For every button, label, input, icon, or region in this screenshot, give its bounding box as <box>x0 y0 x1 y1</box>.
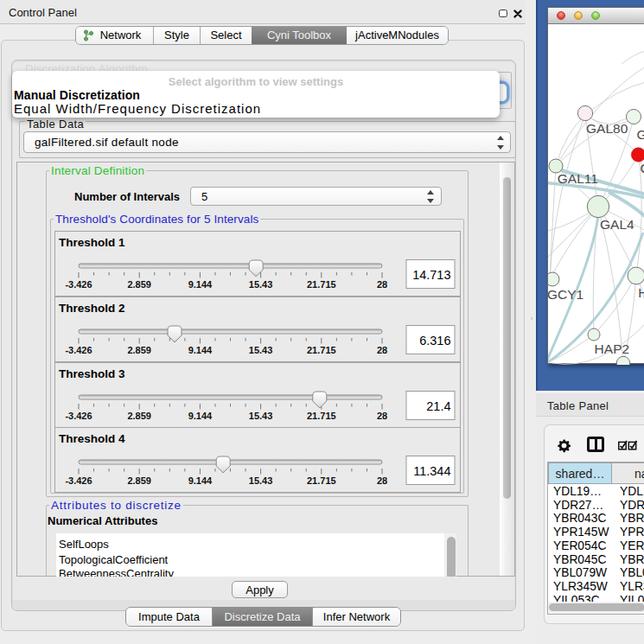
svg-text:Threshold 2: Threshold 2 <box>59 302 125 315</box>
svg-text:2.859: 2.859 <box>127 411 151 421</box>
svg-text:28: 28 <box>377 345 387 355</box>
svg-text:11.344: 11.344 <box>413 464 450 478</box>
svg-text:9.144: 9.144 <box>188 411 213 421</box>
svg-text:HAP2: HAP2 <box>595 341 630 356</box>
svg-text:9.144: 9.144 <box>188 345 213 355</box>
svg-text:9.144: 9.144 <box>188 279 213 290</box>
svg-text:15.43: 15.43 <box>249 345 273 355</box>
svg-text:GCY1: GCY1 <box>548 287 583 302</box>
svg-text:15.43: 15.43 <box>249 475 273 486</box>
svg-text:21.4: 21.4 <box>426 399 450 413</box>
svg-text:GAL80: GAL80 <box>586 121 628 136</box>
svg-text:-3.426: -3.426 <box>65 345 92 355</box>
svg-text:28: 28 <box>377 475 387 486</box>
svg-text:GAL4: GAL4 <box>600 217 634 232</box>
svg-text:14.713: 14.713 <box>412 268 450 282</box>
svg-text:21.715: 21.715 <box>307 411 336 421</box>
svg-text:21.715: 21.715 <box>307 345 336 355</box>
svg-text:GAL11: GAL11 <box>558 171 598 186</box>
svg-text:2.859: 2.859 <box>127 345 151 355</box>
svg-text:21.715: 21.715 <box>307 279 336 290</box>
svg-text:Threshold 4: Threshold 4 <box>59 432 125 445</box>
svg-text:Threshold 1: Threshold 1 <box>59 236 125 249</box>
svg-text:28: 28 <box>377 279 387 290</box>
svg-text:-3.426: -3.426 <box>65 475 92 486</box>
svg-text:-3.426: -3.426 <box>65 411 92 421</box>
svg-text:21.715: 21.715 <box>307 475 336 486</box>
svg-text:G..: G.. <box>637 127 644 142</box>
svg-text:Threshold 3: Threshold 3 <box>59 367 125 380</box>
svg-text:C: C <box>640 161 644 175</box>
svg-text:2.859: 2.859 <box>127 475 151 486</box>
svg-text:H: H <box>638 285 644 300</box>
svg-text:2.859: 2.859 <box>127 279 151 290</box>
svg-text:15.43: 15.43 <box>249 411 273 421</box>
svg-text:9.144: 9.144 <box>188 475 213 486</box>
svg-text:6.316: 6.316 <box>419 334 450 348</box>
svg-text:-3.426: -3.426 <box>65 279 92 290</box>
svg-text:28: 28 <box>377 411 387 421</box>
svg-text:15.43: 15.43 <box>249 279 273 290</box>
